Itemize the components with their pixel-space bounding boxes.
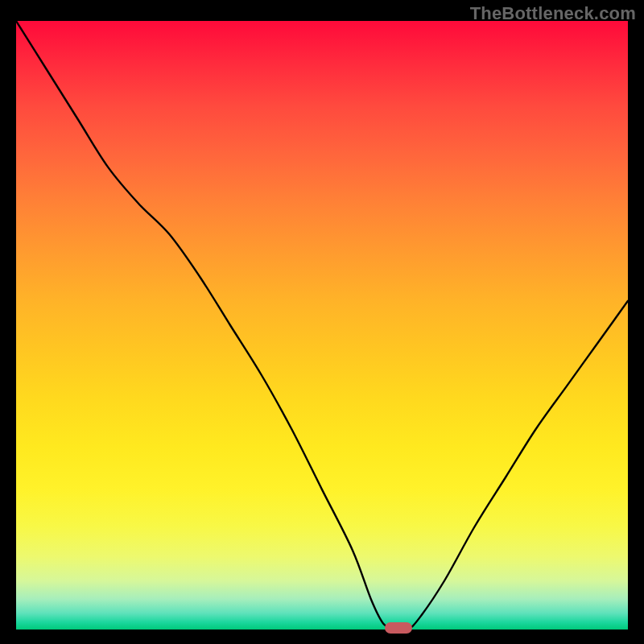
plot-area bbox=[16, 21, 628, 630]
bottleneck-curve bbox=[16, 21, 628, 630]
watermark-text: TheBottleneck.com bbox=[470, 3, 636, 24]
curve-layer bbox=[16, 21, 628, 630]
optimum-marker bbox=[385, 622, 412, 634]
chart-frame: TheBottleneck.com bbox=[0, 0, 644, 644]
